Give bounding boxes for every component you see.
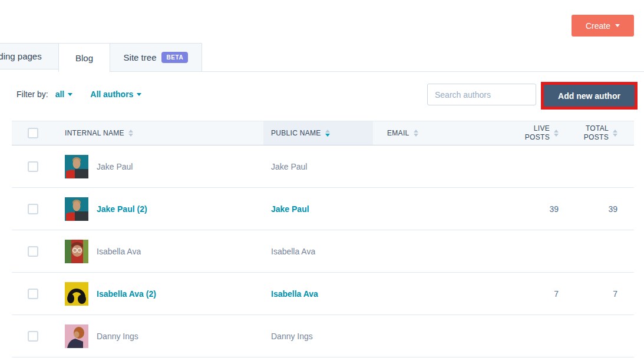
column-sort-live-posts[interactable]: LIVE POSTS	[521, 124, 559, 142]
filter-type-value: all	[55, 90, 65, 99]
total-posts-value: 39	[608, 204, 617, 214]
internal-name-link[interactable]: Jake Paul (2)	[97, 204, 147, 214]
filter-by-label: Filter by:	[16, 90, 48, 99]
column-header-public-name: PUBLIC NAME	[271, 129, 321, 137]
tab-blog[interactable]: Blog	[58, 43, 110, 72]
caret-down-icon	[68, 93, 72, 96]
live-posts-value: 7	[554, 289, 559, 299]
caret-down-icon	[137, 93, 141, 96]
table-row: Isabella AvaIsabella Ava	[12, 230, 634, 273]
filter-bar: Filter by: all All authors	[16, 90, 141, 99]
annotation-highlight-box: Add new author	[541, 82, 638, 110]
row-checkbox[interactable]	[28, 331, 38, 342]
search-authors-input[interactable]	[428, 90, 545, 100]
sort-arrows-icon	[414, 130, 418, 137]
table-header: INTERNAL NAME PUBLIC NAME EMAIL LIVE POS…	[12, 121, 634, 145]
filter-authors-dropdown[interactable]: All authors	[90, 90, 141, 99]
tab-blog-label: Blog	[75, 53, 93, 63]
internal-name: Isabella Ava	[97, 247, 141, 256]
add-new-author-button[interactable]: Add new author	[544, 85, 635, 107]
select-all-checkbox[interactable]	[28, 128, 38, 138]
sort-arrows-icon	[128, 130, 133, 137]
author-avatar	[65, 155, 88, 178]
table-row: Isabella Ava (2)Isabella Ava77	[12, 273, 634, 315]
tab-bar: ding pages Blog Site tree BETA	[0, 43, 202, 72]
public-name-link[interactable]: Isabella Ava	[271, 289, 318, 299]
column-header-live-posts: LIVE POSTS	[521, 124, 550, 142]
column-header-email: EMAIL	[387, 129, 409, 137]
table-body: Jake PaulJake PaulJake Paul (2)Jake Paul…	[12, 145, 634, 357]
tab-site-tree[interactable]: Site tree BETA	[110, 43, 202, 72]
tab-strip-divider	[202, 71, 644, 72]
caret-down-icon	[615, 24, 620, 27]
author-avatar	[65, 240, 88, 263]
column-header-total-posts: TOTAL POSTS	[580, 124, 609, 142]
tab-landing-pages-label: ding pages	[0, 51, 42, 61]
public-name-link[interactable]: Jake Paul	[271, 204, 309, 214]
beta-badge: BETA	[161, 52, 188, 63]
column-sort-email[interactable]: EMAIL	[387, 129, 418, 137]
tab-landing-pages[interactable]: ding pages	[0, 43, 59, 69]
tab-site-tree-label: Site tree	[124, 52, 157, 62]
internal-name-link[interactable]: Isabella Ava (2)	[97, 289, 156, 299]
column-sort-public-name[interactable]: PUBLIC NAME	[271, 129, 330, 137]
authors-table: INTERNAL NAME PUBLIC NAME EMAIL LIVE POS…	[12, 121, 634, 357]
table-row: Jake PaulJake Paul	[12, 145, 634, 188]
row-checkbox[interactable]	[28, 246, 38, 257]
internal-name: Jake Paul	[97, 162, 133, 171]
column-sort-total-posts[interactable]: TOTAL POSTS	[580, 124, 617, 142]
live-posts-value: 39	[549, 204, 559, 214]
row-checkbox[interactable]	[28, 161, 38, 172]
author-avatar	[65, 324, 88, 348]
sort-arrows-icon	[613, 130, 617, 137]
author-avatar	[65, 282, 88, 306]
sort-arrows-active-icon	[325, 130, 330, 137]
table-row: Danny IngsDanny Ings	[12, 315, 634, 357]
create-button[interactable]: Create	[572, 15, 634, 37]
row-checkbox[interactable]	[28, 289, 38, 299]
sort-arrows-icon	[554, 130, 559, 137]
total-posts-value: 7	[613, 289, 617, 299]
filter-authors-value: All authors	[90, 90, 133, 99]
row-checkbox[interactable]	[28, 204, 38, 214]
public-name: Isabella Ava	[271, 247, 315, 256]
internal-name: Danny Ings	[97, 332, 138, 341]
table-row: Jake Paul (2)Jake Paul3939	[12, 188, 634, 230]
filter-type-dropdown[interactable]: all	[55, 90, 73, 99]
search-authors-box	[427, 84, 536, 105]
create-button-label: Create	[586, 21, 610, 31]
public-name: Jake Paul	[271, 162, 307, 171]
column-header-internal-name: INTERNAL NAME	[65, 129, 124, 137]
public-name: Danny Ings	[271, 332, 313, 341]
author-avatar	[65, 197, 88, 221]
column-sort-internal-name[interactable]: INTERNAL NAME	[65, 129, 133, 137]
